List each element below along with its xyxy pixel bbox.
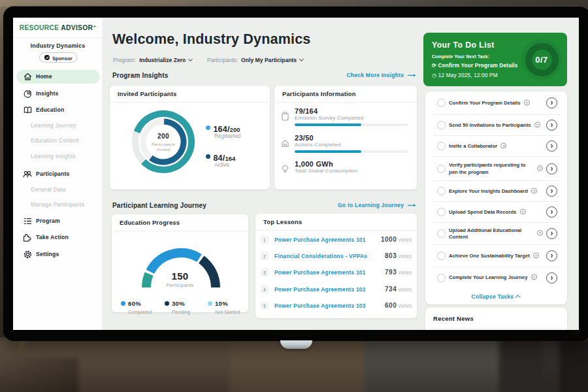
svg-text:200: 200 <box>157 133 169 140</box>
svg-text:Participants: Participants <box>152 142 175 146</box>
svg-text:Invited: Invited <box>157 148 170 152</box>
